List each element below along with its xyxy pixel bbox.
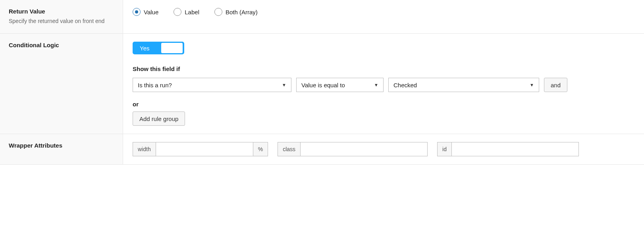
rule-field-value: Is this a run?: [138, 82, 172, 88]
rule-value-value: Checked: [393, 82, 417, 88]
radio-value-label: Value: [144, 9, 158, 15]
id-label: id: [437, 142, 452, 156]
rule-value-select[interactable]: Checked: [388, 78, 539, 92]
rule-field-select[interactable]: Is this a run?: [133, 78, 291, 92]
radio-both-label: Both (Array): [226, 9, 258, 15]
id-input[interactable]: [452, 142, 579, 156]
or-separator: or: [133, 101, 634, 108]
wrapper-attributes-content: width % class id: [123, 134, 644, 164]
radio-label[interactable]: Label: [174, 8, 199, 16]
width-label: width: [133, 142, 156, 156]
wrapper-attributes-label: Wrapper Attributes: [0, 134, 123, 164]
radio-icon: [133, 8, 141, 16]
return-value-desc: Specify the returned value on front end: [9, 17, 114, 25]
and-button[interactable]: and: [544, 78, 567, 92]
class-label: class: [278, 142, 301, 156]
conditional-logic-toggle[interactable]: Yes: [133, 42, 184, 54]
width-input[interactable]: [156, 142, 253, 156]
toggle-knob: [161, 43, 183, 53]
return-value-title: Return Value: [9, 8, 114, 15]
return-value-radiogroup: Value Label Both (Array): [133, 8, 634, 16]
conditional-logic-row: Conditional Logic Yes Show this field if…: [0, 33, 644, 134]
radio-value[interactable]: Value: [133, 8, 158, 16]
return-value-content: Value Label Both (Array): [123, 0, 644, 33]
rule-operator-value: Value is equal to: [301, 82, 345, 88]
conditional-logic-content: Yes Show this field if Is this a run? Va…: [123, 34, 644, 134]
class-input[interactable]: [301, 142, 428, 156]
rule-row: Is this a run? Value is equal to Checked…: [133, 78, 634, 92]
radio-label-label: Label: [185, 9, 199, 15]
show-field-if-heading: Show this field if: [133, 65, 634, 72]
id-group: id: [437, 142, 579, 156]
width-suffix: %: [253, 142, 268, 156]
radio-icon: [214, 8, 222, 16]
return-value-row: Return Value Specify the returned value …: [0, 0, 644, 34]
wrapper-inputs: width % class id: [133, 142, 634, 156]
conditional-logic-title: Conditional Logic: [9, 42, 114, 48]
wrapper-attributes-row: Wrapper Attributes width % class id: [0, 134, 644, 165]
class-group: class: [278, 142, 428, 156]
wrapper-attributes-title: Wrapper Attributes: [9, 142, 114, 149]
radio-both[interactable]: Both (Array): [214, 8, 258, 16]
conditional-logic-label: Conditional Logic: [0, 34, 123, 134]
rule-operator-select[interactable]: Value is equal to: [296, 78, 384, 92]
return-value-label: Return Value Specify the returned value …: [0, 0, 123, 33]
radio-icon: [174, 8, 181, 16]
toggle-yes-text: Yes: [134, 45, 155, 52]
add-rule-group-button[interactable]: Add rule group: [133, 111, 185, 126]
width-group: width %: [133, 142, 268, 156]
